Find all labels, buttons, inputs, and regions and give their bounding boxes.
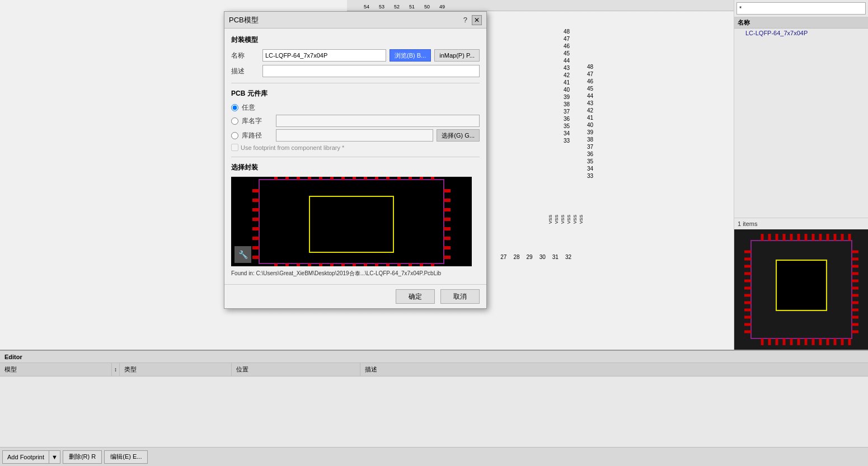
svg-rect-57 [311, 197, 392, 251]
right-panel: 名称 LC-LQFP-64_7x7x04P 1 items [734, 0, 868, 350]
right-panel-item[interactable]: LC-LQFP-64_7x7x04P [734, 29, 868, 37]
dialog-footer: 确定 取消 [224, 284, 486, 308]
dialog-help-icon[interactable]: ? [463, 16, 467, 24]
radio-libpath-label: 库路径 [242, 131, 273, 140]
name-input[interactable] [262, 49, 386, 62]
pcb-lib-section: PCB 元件库 任意 库名字 库路径 选择(G) G... [231, 89, 480, 151]
libname-input[interactable] [276, 115, 480, 127]
pcb-lib-title: PCB 元件库 [231, 89, 480, 98]
use-component-lib-row: Use footprint from component library * [231, 144, 480, 151]
vss-labels: VSS VSS VSS VSS VSS VSS [548, 207, 584, 224]
desc-row: 描述 [231, 65, 480, 77]
right-panel-count: 1 items [734, 218, 868, 229]
radio-libname-row: 库名字 [231, 115, 480, 127]
delete-button[interactable]: 删除(R) R [63, 450, 102, 464]
select-footprint-section: 选择封装 [231, 163, 480, 277]
col-header-position: 位置 [232, 363, 360, 376]
name-label: 名称 [231, 51, 259, 60]
add-footprint-dropdown-arrow[interactable]: ▼ [49, 451, 60, 463]
use-component-lib-checkbox[interactable] [231, 144, 238, 151]
right-panel-search-bar [734, 0, 868, 17]
select-footprint-title: 选择封装 [231, 163, 480, 172]
bottom-panel: Editor 模型 ↕ 类型 位置 描述 Add Footprint ▼ 删除(… [0, 350, 868, 466]
pin-numbers-right: 48 47 46 45 44 43 42 41 40 39 38 37 36 3… [562, 28, 571, 144]
section-divider-1 [231, 83, 480, 83]
bottom-toolbar: Add Footprint ▼ 删除(R) R 编辑(E) E... [0, 447, 868, 466]
top-ruler: 54 53 52 51 50 49 [347, 0, 734, 11]
footprint-preview-panel [734, 229, 868, 350]
dialog-titlebar: PCB模型 ? ✕ [224, 12, 486, 29]
add-footprint-button[interactable]: Add Footprint ▼ [2, 450, 60, 464]
col-header-type: 类型 [120, 363, 232, 376]
edit-button[interactable]: 编辑(E) E... [104, 450, 148, 464]
package-section-title: 封装模型 [231, 35, 480, 45]
radio-any-row: 任意 [231, 103, 480, 112]
radio-any[interactable] [231, 104, 238, 111]
footprint-canvas: 🔧 [231, 177, 472, 266]
col-header-model: 模型 [0, 363, 112, 376]
radio-libpath-row: 库路径 选择(G) G... [231, 129, 480, 142]
cancel-button[interactable]: 取消 [440, 289, 480, 304]
select-path-button[interactable]: 选择(G) G... [437, 129, 480, 142]
col-header-arrow: ↕ [112, 363, 120, 376]
radio-libname-label: 库名字 [242, 116, 273, 126]
dialog-body: 封装模型 名称 浏览(B) B... inMap(P) P... 描述 PCB … [224, 29, 486, 284]
inmap-button[interactable]: inMap(P) P... [434, 49, 480, 62]
radio-libname[interactable] [231, 117, 238, 125]
pin-numbers-bottom: 27 28 29 30 31 32 [500, 254, 571, 260]
editor-table-header: 模型 ↕ 类型 位置 描述 [0, 363, 868, 376]
name-row: 名称 浏览(B) B... inMap(P) P... [231, 49, 480, 62]
package-section: 封装模型 名称 浏览(B) B... inMap(P) P... 描述 [231, 35, 480, 77]
col-header-desc: 描述 [360, 363, 868, 376]
right-panel-search-input[interactable] [736, 2, 866, 15]
svg-rect-4 [777, 261, 825, 309]
wrench-icon: 🔧 [234, 246, 251, 263]
right-panel-name-header: 名称 [734, 17, 868, 29]
libpath-input[interactable] [276, 129, 433, 142]
found-in-text: Found in: C:\Users\Great_XieBM\Desktop\2… [231, 270, 480, 277]
desc-input[interactable] [262, 65, 480, 77]
dialog-title: PCB模型 [229, 15, 259, 25]
radio-any-label: 任意 [242, 103, 255, 112]
dialog-pcb-model: PCB模型 ? ✕ 封装模型 名称 浏览(B) B... inMap(P) P.… [224, 11, 487, 309]
dialog-close-button[interactable]: ✕ [472, 15, 482, 25]
add-footprint-main[interactable]: Add Footprint [3, 451, 49, 463]
desc-label: 描述 [231, 67, 259, 76]
ok-button[interactable]: 确定 [396, 289, 435, 304]
use-component-lib-label: Use footprint from component library * [241, 144, 344, 151]
section-divider-2 [231, 157, 480, 157]
editor-header: Editor [0, 351, 868, 363]
radio-libpath[interactable] [231, 132, 238, 139]
pin-numbers-far-right: 48 47 46 45 44 43 42 41 40 39 38 37 36 3… [585, 63, 595, 180]
browse-button[interactable]: 浏览(B) B... [390, 49, 431, 62]
